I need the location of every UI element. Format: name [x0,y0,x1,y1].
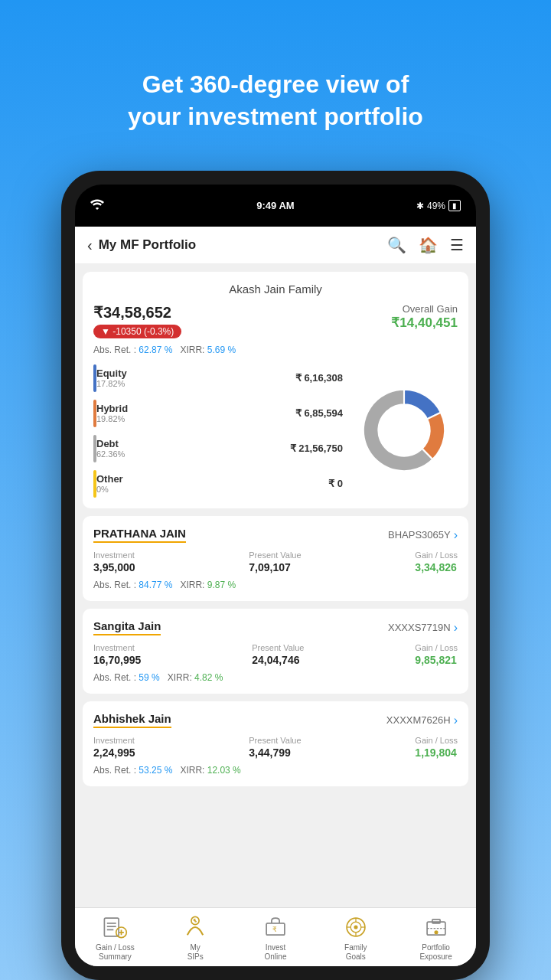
nav-label-my-sips: My SIPs [187,943,204,962]
nav-item-family-goals[interactable]: Family Goals [315,914,396,962]
person-id-0: BHAPS3065Y › [388,528,458,542]
stat-gain-loss-0: Gain / Loss 3,34,826 [415,550,458,573]
battery-pct: 49% [427,201,445,211]
chevron-right-icon-0[interactable]: › [454,528,458,542]
person-returns-0: Abs. Ret. : 84.77 % XIRR: 9.87 % [93,580,458,590]
family-name: Akash Jain Family [93,283,458,296]
search-icon[interactable]: 🔍 [387,236,406,254]
svg-text:₹: ₹ [272,926,277,933]
nav-label-gain-loss: Gain / Loss Summary [96,943,135,962]
page-title: My MF Portfolio [99,237,196,253]
person-header-2: Abhishek Jain XXXXM7626H › [93,712,458,728]
hero-line2: your investment portfolio [128,101,423,133]
menu-icon[interactable]: ☰ [450,236,464,254]
gain-loss-icon [102,914,128,940]
person-header-1: Sangita Jain XXXXS7719N › [93,619,458,635]
stat-present-value-1: Present Value 24,04,746 [252,643,304,666]
nav-item-my-sips[interactable]: ₹ My SIPs [155,914,236,962]
status-bar: 9:49 AM ✱ 49% ▮ [75,185,476,227]
legend-text-other: Other 0% [96,473,123,494]
person-card-0[interactable]: PRATHANA JAIN BHAPS3065Y › Investment 3,… [83,516,468,601]
person-returns-2: Abs. Ret. : 53.25 % XIRR: 12.03 % [93,765,458,776]
legend-item-debt: Debt 62.36% ₹ 21,56,750 [93,433,350,462]
person-name-0: PRATHANA JAIN [93,527,186,543]
portfolio-returns: Abs. Ret. : 62.87 % XIRR: 5.69 % [93,345,391,355]
legend-item-other: Other 0% ₹ 0 [93,469,350,498]
nav-label-invest-online: Invest Online [265,943,287,962]
chevron-right-icon-2[interactable]: › [454,714,458,727]
legend-item-equity: Equity 17.82% ₹ 6,16,308 [93,363,350,392]
home-icon[interactable]: 🏠 [419,236,438,254]
person-cards: PRATHANA JAIN BHAPS3065Y › Investment 3,… [83,516,468,786]
hero-line1: Get 360-degree view of [128,69,423,101]
portfolio-left: ₹34,58,652 ▼ -10350 (-0.3%) Abs. Ret. : … [93,303,391,355]
stat-investment-1: Investment 16,70,995 [93,643,141,666]
stat-investment-0: Investment 3,95,000 [93,550,135,573]
stat-investment-2: Investment 2,24,995 [93,736,135,759]
svg-text:₹: ₹ [194,918,197,923]
chevron-right-icon-1[interactable]: › [454,621,458,635]
person-stats-0: Investment 3,95,000 Present Value 7,09,1… [93,550,458,573]
person-name-2: Abhishek Jain [93,712,171,728]
top-bar-left: ‹ My MF Portfolio [87,237,196,254]
person-stats-1: Investment 16,70,995 Present Value 24,04… [93,643,458,666]
top-bar: ‹ My MF Portfolio 🔍 🏠 ☰ [75,227,476,264]
battery-icon: ▮ [448,200,461,211]
legend-text-equity: Equity 17.82% [96,368,127,388]
family-goals-icon [343,914,369,940]
person-returns-1: Abs. Ret. : 59 % XIRR: 4.82 % [93,672,458,683]
svg-point-14 [354,925,357,929]
legend-list: Equity 17.82% ₹ 6,16,308 Hybrid 19.82% ₹… [93,363,350,498]
overall-gain-amount: ₹14,40,451 [391,315,458,331]
bottom-nav: Gain / Loss Summary ₹ My SIPs ₹ Invest O… [75,907,476,966]
portfolio-card: Akash Jain Family ₹34,58,652 ▼ -10350 (-… [83,272,468,508]
invest-online-icon: ₹ [262,914,289,940]
person-id-2: XXXXM7626H › [386,714,458,727]
bluetooth-icon: ✱ [416,201,424,211]
stat-present-value-2: Present Value 3,44,799 [249,736,301,759]
legend-text-debt: Debt 62.36% [96,438,125,459]
portfolio-main-row: ₹34,58,652 ▼ -10350 (-0.3%) Abs. Ret. : … [93,303,458,355]
content-area: Akash Jain Family ₹34,58,652 ▼ -10350 (-… [75,264,476,907]
nav-label-family-goals: Family Goals [344,943,367,962]
status-time: 9:49 AM [256,200,294,211]
xirr-value: 5.69 % [207,345,236,355]
my-sips-icon: ₹ [182,914,208,940]
nav-item-gain-loss[interactable]: Gain / Loss Summary [75,914,155,962]
wifi-icon [90,199,104,212]
person-stats-2: Investment 2,24,995 Present Value 3,44,7… [93,736,458,759]
total-amount: ₹34,58,652 [93,303,391,322]
chart-legend-area: Equity 17.82% ₹ 6,16,308 Hybrid 19.82% ₹… [93,363,458,498]
phone-screen: ‹ My MF Portfolio 🔍 🏠 ☰ Akash Jain Famil… [75,227,476,966]
person-card-1[interactable]: Sangita Jain XXXXS7719N › Investment 16,… [83,609,468,694]
person-card-2[interactable]: Abhishek Jain XXXXM7626H › Investment 2,… [83,701,468,786]
stat-gain-loss-2: Gain / Loss 1,19,804 [415,736,458,759]
hero-section: Get 360-degree view of your investment p… [97,0,454,171]
donut-chart [350,377,458,484]
person-header-0: PRATHANA JAIN BHAPS3065Y › [93,527,458,543]
stat-present-value-0: Present Value 7,09,107 [249,550,301,573]
nav-label-portfolio-exposure: Portfolio Exposure [419,943,452,962]
abs-return: 62.87 % [139,345,172,355]
phone-frame: 9:49 AM ✱ 49% ▮ ‹ My MF Portfolio 🔍 🏠 ☰ … [61,171,490,980]
change-badge: ▼ -10350 (-0.3%) [93,325,181,338]
stat-gain-loss-1: Gain / Loss 9,85,821 [415,643,458,666]
top-bar-icons: 🔍 🏠 ☰ [387,236,464,254]
battery-status: ✱ 49% ▮ [416,200,461,211]
portfolio-right: Overall Gain ₹14,40,451 [391,303,458,331]
legend-item-hybrid: Hybrid 19.82% ₹ 6,85,594 [93,398,350,427]
legend-text-hybrid: Hybrid 19.82% [96,403,128,423]
person-name-1: Sangita Jain [93,619,161,635]
nav-item-invest-online[interactable]: ₹ Invest Online [236,914,316,962]
nav-item-portfolio-exposure[interactable]: Portfolio Exposure [396,914,476,962]
svg-point-22 [434,930,438,934]
overall-gain-label: Overall Gain [391,303,458,315]
portfolio-exposure-icon [423,914,449,940]
person-id-1: XXXXS7719N › [388,621,458,635]
back-button[interactable]: ‹ [87,237,93,254]
